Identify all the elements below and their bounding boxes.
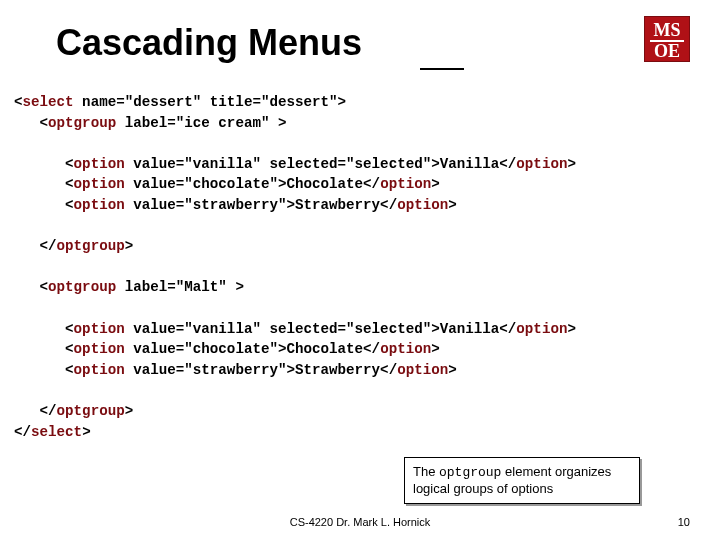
code-block: <select name="dessert" title="dessert"> … xyxy=(14,92,706,442)
callout-pre: The xyxy=(413,464,439,479)
slide-title: Cascading Menus xyxy=(56,22,362,64)
msoe-logo: MS OE xyxy=(644,16,690,62)
page-number: 10 xyxy=(678,516,690,528)
title-rule xyxy=(420,68,464,70)
callout-box: The optgroup element organizes logical g… xyxy=(404,457,640,505)
logo-line2: OE xyxy=(654,41,680,61)
logo-line1: MS xyxy=(654,20,681,40)
callout-keyword: optgroup xyxy=(439,465,501,480)
footer-center: CS-4220 Dr. Mark L. Hornick xyxy=(0,516,720,528)
slide: Cascading Menus MS OE <select name="dess… xyxy=(0,0,720,540)
